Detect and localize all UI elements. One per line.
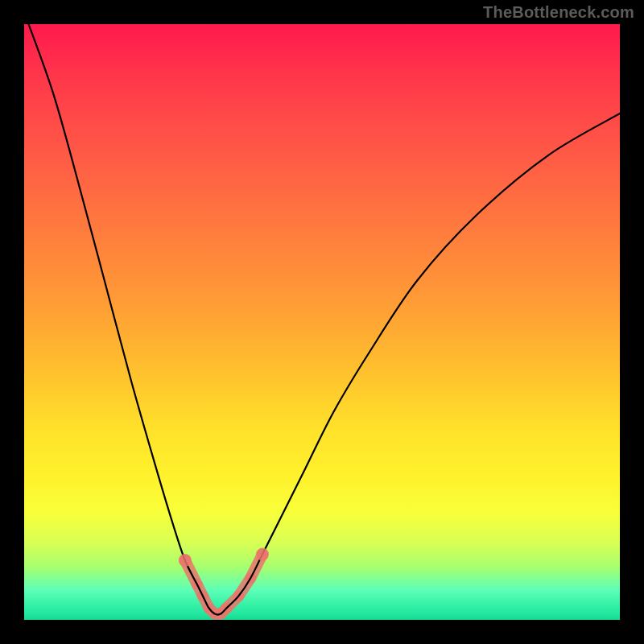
- plot-area: [24, 24, 620, 620]
- watermark-text: TheBottleneck.com: [483, 3, 634, 22]
- chart-stage: TheBottleneck.com: [0, 0, 644, 644]
- background-gradient: [24, 24, 620, 620]
